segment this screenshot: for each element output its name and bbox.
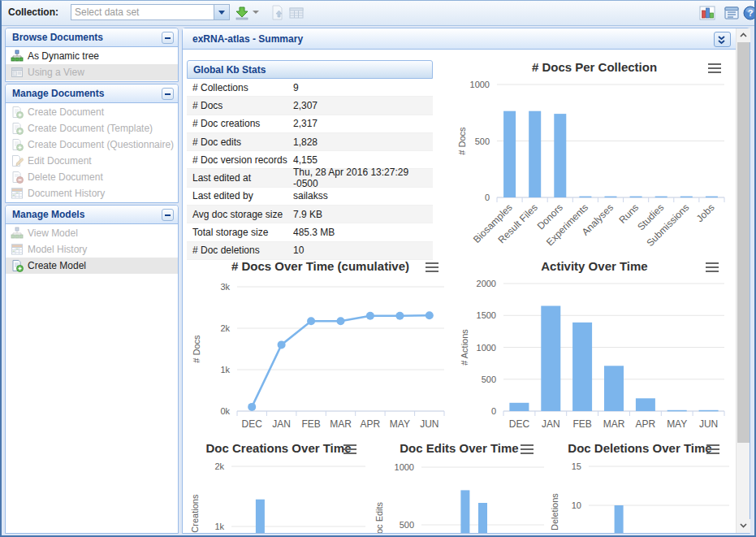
sidebar-item-label: View Model [28,227,78,239]
svg-text:2k: 2k [220,323,230,333]
chart-context-menu-icon[interactable] [521,444,534,454]
stats-value: 2,307 [293,100,318,111]
svg-text:500: 500 [400,520,414,530]
sidebar-item-delete-document: Delete Document [6,169,178,185]
stats-value: Thu, 28 Apr 2016 13:27:29 -0500 [293,167,433,189]
stats-row: # Doc creations2,317 [187,115,433,133]
scrollbar-thumb[interactable] [737,42,750,443]
panel-collapse-icon[interactable] [714,32,731,47]
chart-doc-deletions: Doc Deletions Over Time1015# Doc Deletio… [546,440,733,533]
scroll-down-icon[interactable] [737,519,750,533]
svg-text:APR: APR [361,418,381,430]
sidebar-item-label: Document History [28,188,105,199]
svg-text:# Doc Edits: # Doc Edits [374,501,384,533]
collection-input[interactable] [71,5,214,19]
chart-context-menu-icon[interactable] [343,444,357,454]
svg-text:JUN: JUN [699,418,718,430]
sidebar-section-header[interactable]: Manage Documents [6,84,178,103]
svg-text:15: 15 [572,461,581,471]
section-collapse-icon[interactable] [162,88,174,100]
svg-text:MAR: MAR [603,418,625,430]
summary-panel-title: exRNA-atlas - Summary [192,33,303,45]
svg-text:2000: 2000 [477,279,496,288]
svg-text:0: 0 [491,406,496,416]
sidebar-item-edit-document: Edit Document [6,153,178,169]
stats-label: # Collections [187,82,293,93]
download-icon[interactable] [233,4,251,22]
svg-text:# Docs Over Time (cumulative): # Docs Over Time (cumulative) [231,259,409,273]
tree-icon [11,227,24,240]
svg-text:2k: 2k [214,461,224,471]
svg-text:Doc Creations Over Time: Doc Creations Over Time [206,441,352,455]
stats-value: 485.3 MB [293,227,335,238]
stats-label: # Doc creations [187,118,293,129]
chart-context-menu-icon[interactable] [706,444,720,454]
doc-add-icon [11,259,24,272]
chart-context-menu-icon[interactable] [708,63,722,73]
stats-label: # Doc version records [187,154,293,166]
stats-label: # Docs [187,100,293,111]
svg-text:1000: 1000 [470,80,490,89]
sidebar-item-label: Create Document [28,106,104,118]
sidebar-item-as-dynamic-tree[interactable]: As Dynamic tree [6,48,178,64]
sidebar-section-header[interactable]: Manage Models [6,206,178,224]
vertical-scrollbar[interactable] [736,28,750,533]
doc-edit-icon [11,154,24,167]
svg-text:MAR: MAR [330,418,352,430]
svg-text:0k: 0k [220,406,230,416]
svg-text:# Doc Creations: # Doc Creations [190,494,200,533]
svg-text:10: 10 [572,500,581,510]
stats-value: 1,828 [293,136,318,148]
stats-table: Global Kb Stats # Collections9# Docs2,30… [187,60,433,260]
stats-row: # Collections9 [187,79,433,97]
svg-text:0: 0 [485,193,490,202]
sidebar-section-header[interactable]: Browse Documents [6,28,178,47]
svg-text:1k: 1k [214,522,224,531]
chart-context-menu-icon[interactable] [426,262,439,272]
section-collapse-icon[interactable] [162,32,174,44]
list-view-icon[interactable] [723,4,741,22]
help-icon[interactable]: ? [741,4,756,22]
svg-text:MAY: MAY [667,418,687,430]
sidebar-item-using-a-view: Using a View [6,64,178,80]
bar-chart-view-icon[interactable] [698,4,716,22]
stats-label: # Doc deletions [187,245,293,256]
application-window: Collection: [0,0,756,537]
svg-text:Activity Over Time: Activity Over Time [541,259,647,273]
svg-text:# Actions: # Actions [460,329,469,366]
sidebar-section-manage-documents: Manage DocumentsCreate DocumentCreate Do… [5,84,179,203]
sidebar-item-view-model: View Model [6,225,178,241]
stats-row: # Doc deletions10 [187,242,433,260]
svg-text:500: 500 [475,136,490,146]
history-icon [11,243,24,256]
sidebar-item-label: Create Document (Questionnaire) [28,139,174,150]
svg-text:1000: 1000 [395,462,414,472]
scroll-up-icon[interactable] [737,28,750,42]
stats-label: Total storage size [187,227,293,238]
stats-value: 10 [293,245,304,256]
history-icon [11,187,24,200]
combo-dropdown-trigger-icon[interactable] [214,5,229,19]
sidebar-item-label: Using a View [28,67,84,78]
sidebar-item-label: Model History [28,244,87,255]
svg-text:MAY: MAY [390,418,410,430]
chart-context-menu-icon[interactable] [706,262,719,272]
sidebar-item-create-model[interactable]: Create Model [6,258,178,274]
svg-text:DEC: DEC [242,418,263,430]
view-icon [11,66,24,79]
collection-combobox[interactable] [71,4,230,20]
stats-value: 2,317 [293,118,318,129]
stats-row: Avg doc storage size7.9 KB [187,206,433,223]
sidebar-item-model-history: Model History [6,241,178,258]
svg-text:500: 500 [482,375,496,384]
svg-text:# Docs: # Docs [192,335,201,363]
svg-text:1k: 1k [220,365,230,375]
stats-label: Last edited at [187,172,293,184]
section-collapse-icon[interactable] [162,209,174,221]
sidebar-section-manage-models: Manage ModelsView ModelModel HistoryCrea… [5,205,179,534]
caret-down-icon[interactable] [253,11,259,15]
stats-value: 7.9 KB [293,209,322,220]
summary-panel-body: Global Kb Stats # Collections9# Docs2,30… [183,50,736,533]
toolbar: Collection: [2,1,754,26]
stats-label: # Doc edits [187,136,293,148]
